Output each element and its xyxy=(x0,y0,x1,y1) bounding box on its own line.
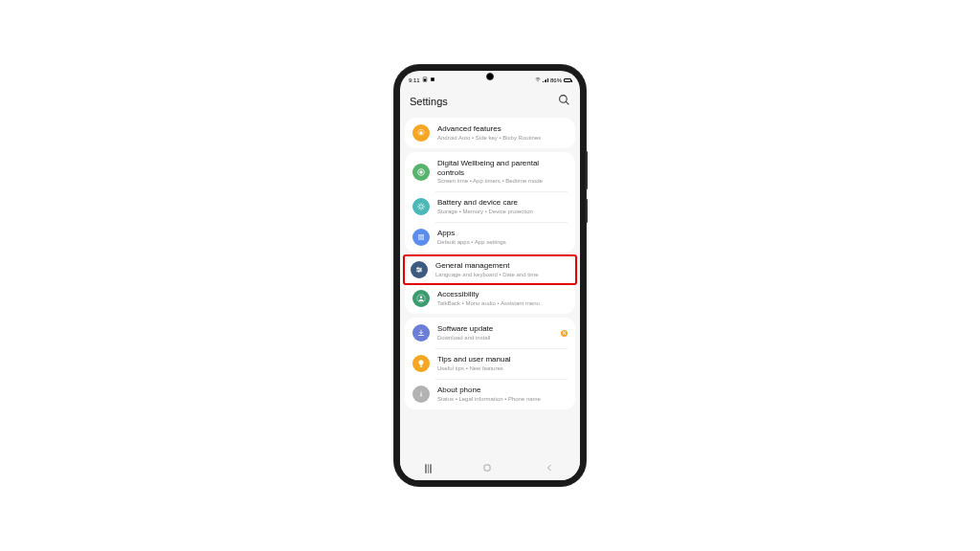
settings-item-battery-device-care[interactable]: Battery and device careStorage • Memory … xyxy=(405,191,575,222)
settings-item-title: General management xyxy=(435,261,568,271)
settings-item-subtitle: Download and install xyxy=(437,335,551,342)
svg-point-13 xyxy=(420,237,422,239)
svg-point-14 xyxy=(422,237,424,239)
settings-card: Advanced featuresAndroid Auto • Side key… xyxy=(405,118,575,148)
svg-point-8 xyxy=(419,205,423,209)
settings-item-general-management[interactable]: General managementLanguage and keyboard … xyxy=(405,256,575,283)
svg-point-7 xyxy=(420,170,423,173)
volume-button xyxy=(586,151,588,189)
settings-item-software-update[interactable]: Software updateDownload and installN xyxy=(405,318,575,348)
settings-item-text: Software updateDownload and install xyxy=(437,324,553,342)
settings-item-text: General managementLanguage and keyboard … xyxy=(435,261,569,278)
gear-icon xyxy=(412,124,430,142)
svg-point-10 xyxy=(420,234,422,236)
settings-list: Advanced featuresAndroid Auto • Side key… xyxy=(400,118,580,457)
settings-item-text: Tips and user manualUseful tips • New fe… xyxy=(437,355,568,372)
svg-point-24 xyxy=(420,297,423,299)
svg-point-17 xyxy=(422,239,424,241)
settings-item-text: AppsDefault apps • App settings xyxy=(437,229,568,246)
svg-point-23 xyxy=(418,271,419,272)
status-time: 9:11 xyxy=(409,77,420,83)
svg-point-3 xyxy=(538,80,539,81)
svg-point-16 xyxy=(420,239,422,241)
apps-icon xyxy=(412,229,430,246)
battery-status-icon xyxy=(422,77,428,83)
lightbulb-icon xyxy=(412,355,430,372)
settings-item-subtitle: TalkBack • Mono audio • Assistant menu xyxy=(437,300,566,307)
svg-point-15 xyxy=(418,239,420,241)
svg-line-5 xyxy=(566,101,568,104)
search-button[interactable] xyxy=(558,93,570,110)
settings-item-subtitle: Useful tips • New features xyxy=(437,365,566,372)
settings-item-subtitle: Default apps • App settings xyxy=(437,239,566,246)
settings-item-text: About phoneStatus • Legal information • … xyxy=(437,386,568,403)
svg-point-12 xyxy=(418,237,420,239)
settings-item-title: About phone xyxy=(437,386,566,395)
settings-item-title: Battery and device care xyxy=(437,198,566,208)
phone-frame: 9:11 86% Settings xyxy=(394,65,586,486)
settings-item-title: Advanced features xyxy=(437,124,566,134)
svg-point-9 xyxy=(418,234,420,236)
battery-icon xyxy=(564,78,571,82)
settings-card: Software updateDownload and installNTips… xyxy=(405,318,575,409)
settings-item-subtitle: Android Auto • Side key • Bixby Routines xyxy=(437,135,566,142)
svg-point-26 xyxy=(420,392,421,393)
settings-item-tips-user-manual[interactable]: Tips and user manualUseful tips • New fe… xyxy=(405,348,575,379)
settings-item-text: Digital Wellbeing and parental controlsS… xyxy=(437,159,568,185)
svg-rect-1 xyxy=(423,78,425,80)
settings-item-title: Software update xyxy=(437,324,551,334)
home-button[interactable] xyxy=(481,460,493,477)
notification-icon xyxy=(430,77,435,83)
navigation-bar xyxy=(400,457,580,480)
power-button xyxy=(586,199,588,223)
back-button[interactable] xyxy=(544,460,555,477)
page-title: Settings xyxy=(410,96,448,107)
page-header: Settings xyxy=(400,87,580,118)
svg-point-21 xyxy=(417,268,418,269)
settings-card: Digital Wellbeing and parental controlsS… xyxy=(405,152,575,253)
wifi-icon xyxy=(535,77,541,83)
settings-item-text: Advanced featuresAndroid Auto • Side key… xyxy=(437,124,568,142)
settings-item-about-phone[interactable]: About phoneStatus • Legal information • … xyxy=(405,379,575,409)
svg-rect-28 xyxy=(484,465,490,471)
settings-item-subtitle: Storage • Memory • Device protection xyxy=(437,209,566,215)
settings-item-text: AccessibilityTalkBack • Mono audio • Ass… xyxy=(437,290,568,307)
signal-icon xyxy=(543,77,548,82)
sliders-icon xyxy=(411,261,428,278)
settings-item-apps[interactable]: AppsDefault apps • App settings xyxy=(405,222,575,253)
settings-item-text: Battery and device careStorage • Memory … xyxy=(437,198,568,215)
care-icon xyxy=(412,198,430,215)
settings-item-accessibility[interactable]: AccessibilityTalkBack • Mono audio • Ass… xyxy=(405,283,575,314)
svg-point-11 xyxy=(422,234,424,236)
camera-punch-hole xyxy=(486,73,494,80)
download-icon xyxy=(412,324,430,342)
recents-button[interactable] xyxy=(425,464,432,474)
settings-item-title: Tips and user manual xyxy=(437,355,566,364)
screen: 9:11 86% Settings xyxy=(400,71,580,480)
settings-item-title: Digital Wellbeing and parental controls xyxy=(437,159,566,177)
person-ring-icon xyxy=(412,290,430,307)
settings-item-subtitle: Screen time • App timers • Bedtime mode xyxy=(437,178,566,185)
svg-point-22 xyxy=(420,270,421,271)
battery-percent: 86% xyxy=(550,77,562,83)
svg-rect-27 xyxy=(420,394,421,397)
svg-point-4 xyxy=(560,96,568,103)
settings-item-title: Apps xyxy=(437,229,566,238)
info-icon xyxy=(412,386,430,403)
settings-item-advanced-features[interactable]: Advanced featuresAndroid Auto • Side key… xyxy=(405,118,575,148)
settings-item-subtitle: Status • Legal information • Phone name xyxy=(437,396,566,403)
settings-card: General managementLanguage and keyboard … xyxy=(405,256,575,314)
settings-item-title: Accessibility xyxy=(437,290,566,299)
svg-rect-2 xyxy=(431,77,434,81)
wellbeing-icon xyxy=(412,164,430,181)
notification-badge: N xyxy=(561,330,568,337)
settings-item-subtitle: Language and keyboard • Date and time xyxy=(435,272,568,278)
settings-item-digital-wellbeing[interactable]: Digital Wellbeing and parental controlsS… xyxy=(405,152,575,191)
highlight-box: General managementLanguage and keyboard … xyxy=(403,254,577,285)
